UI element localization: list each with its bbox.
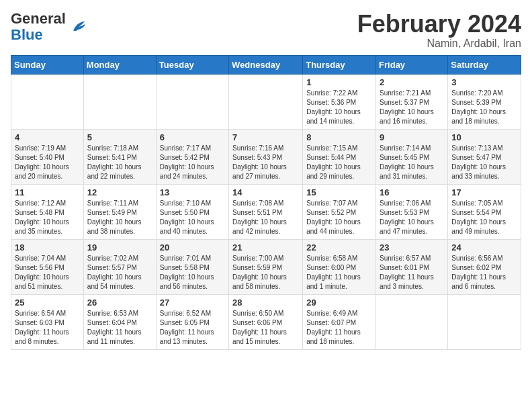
calendar-cell: 29Sunrise: 6:49 AM Sunset: 6:07 PM Dayli… (303, 294, 376, 349)
day-detail: Sunrise: 7:21 AM Sunset: 5:37 PM Dayligh… (380, 89, 444, 126)
calendar-cell: 9Sunrise: 7:14 AM Sunset: 5:45 PM Daylig… (376, 129, 448, 184)
day-detail: Sunrise: 7:17 AM Sunset: 5:42 PM Dayligh… (160, 144, 225, 181)
week-row-3: 11Sunrise: 7:12 AM Sunset: 5:48 PM Dayli… (11, 184, 521, 239)
day-number: 24 (451, 242, 517, 253)
day-detail: Sunrise: 6:53 AM Sunset: 6:04 PM Dayligh… (87, 309, 152, 347)
day-number: 8 (306, 132, 372, 142)
logo-bird-icon (69, 17, 87, 36)
day-number: 5 (87, 132, 152, 142)
calendar-cell: 27Sunrise: 6:52 AM Sunset: 6:05 PM Dayli… (156, 294, 228, 349)
day-detail: Sunrise: 7:04 AM Sunset: 5:56 PM Dayligh… (15, 254, 80, 291)
day-detail: Sunrise: 7:11 AM Sunset: 5:49 PM Dayligh… (87, 199, 152, 236)
calendar-cell: 24Sunrise: 6:56 AM Sunset: 6:02 PM Dayli… (448, 239, 521, 294)
day-number: 6 (160, 132, 225, 142)
calendar-cell: 21Sunrise: 7:00 AM Sunset: 5:59 PM Dayli… (229, 239, 303, 294)
calendar-cell (11, 74, 84, 129)
page-header: General Blue February 2024 Namin, Ardabi… (11, 11, 521, 50)
week-row-2: 4Sunrise: 7:19 AM Sunset: 5:40 PM Daylig… (11, 129, 521, 184)
day-detail: Sunrise: 7:14 AM Sunset: 5:45 PM Dayligh… (380, 144, 444, 181)
day-detail: Sunrise: 7:02 AM Sunset: 5:57 PM Dayligh… (87, 254, 152, 291)
day-number: 22 (306, 242, 372, 253)
calendar-cell: 16Sunrise: 7:06 AM Sunset: 5:53 PM Dayli… (376, 184, 448, 239)
day-detail: Sunrise: 7:16 AM Sunset: 5:43 PM Dayligh… (232, 144, 299, 181)
day-detail: Sunrise: 7:20 AM Sunset: 5:39 PM Dayligh… (451, 89, 517, 126)
day-detail: Sunrise: 7:00 AM Sunset: 5:59 PM Dayligh… (232, 254, 299, 291)
calendar-cell: 23Sunrise: 6:57 AM Sunset: 6:01 PM Dayli… (376, 239, 448, 294)
day-number: 23 (380, 242, 444, 253)
day-detail: Sunrise: 7:12 AM Sunset: 5:48 PM Dayligh… (15, 199, 80, 236)
weekday-header-saturday: Saturday (448, 55, 521, 74)
calendar-cell (83, 74, 156, 129)
day-number: 15 (306, 187, 372, 197)
day-number: 3 (451, 77, 517, 87)
calendar-cell: 26Sunrise: 6:53 AM Sunset: 6:04 PM Dayli… (83, 294, 156, 349)
day-detail: Sunrise: 6:49 AM Sunset: 6:07 PM Dayligh… (306, 309, 372, 347)
calendar-cell: 5Sunrise: 7:18 AM Sunset: 5:41 PM Daylig… (83, 129, 156, 184)
day-number: 14 (232, 187, 299, 197)
calendar-cell (156, 74, 228, 129)
day-number: 11 (15, 187, 80, 197)
calendar-cell: 17Sunrise: 7:05 AM Sunset: 5:54 PM Dayli… (448, 184, 521, 239)
calendar-cell (448, 294, 521, 349)
calendar-cell (229, 74, 303, 129)
day-number: 10 (451, 132, 517, 142)
day-detail: Sunrise: 7:05 AM Sunset: 5:54 PM Dayligh… (451, 199, 517, 236)
weekday-header-tuesday: Tuesday (156, 55, 228, 74)
calendar-cell: 10Sunrise: 7:13 AM Sunset: 5:47 PM Dayli… (448, 129, 521, 184)
day-number: 20 (160, 242, 225, 253)
day-number: 26 (87, 298, 152, 308)
day-number: 28 (232, 298, 299, 308)
calendar-cell: 20Sunrise: 7:01 AM Sunset: 5:58 PM Dayli… (156, 239, 228, 294)
logo: General Blue (11, 11, 87, 43)
logo-blue: Blue (11, 26, 43, 43)
day-number: 12 (87, 187, 152, 197)
day-number: 7 (232, 132, 299, 142)
weekday-header-wednesday: Wednesday (229, 55, 303, 74)
logo-text: General Blue (11, 11, 66, 43)
week-row-5: 25Sunrise: 6:54 AM Sunset: 6:03 PM Dayli… (11, 294, 521, 349)
day-number: 29 (306, 298, 372, 308)
calendar-cell: 6Sunrise: 7:17 AM Sunset: 5:42 PM Daylig… (156, 129, 228, 184)
calendar-cell: 28Sunrise: 6:50 AM Sunset: 6:06 PM Dayli… (229, 294, 303, 349)
day-number: 4 (15, 132, 80, 142)
week-row-1: 1Sunrise: 7:22 AM Sunset: 5:36 PM Daylig… (11, 74, 521, 129)
day-number: 19 (87, 242, 152, 253)
day-detail: Sunrise: 6:54 AM Sunset: 6:03 PM Dayligh… (15, 309, 80, 347)
day-number: 27 (160, 298, 225, 308)
calendar-cell: 1Sunrise: 7:22 AM Sunset: 5:36 PM Daylig… (303, 74, 376, 129)
calendar-cell: 11Sunrise: 7:12 AM Sunset: 5:48 PM Dayli… (11, 184, 84, 239)
weekday-header-thursday: Thursday (303, 55, 376, 74)
day-number: 1 (306, 77, 372, 87)
calendar-cell: 14Sunrise: 7:08 AM Sunset: 5:51 PM Dayli… (229, 184, 303, 239)
calendar-cell: 22Sunrise: 6:58 AM Sunset: 6:00 PM Dayli… (303, 239, 376, 294)
day-number: 21 (232, 242, 299, 253)
calendar-table: SundayMondayTuesdayWednesdayThursdayFrid… (11, 55, 521, 350)
day-detail: Sunrise: 7:10 AM Sunset: 5:50 PM Dayligh… (160, 199, 225, 236)
calendar-cell: 7Sunrise: 7:16 AM Sunset: 5:43 PM Daylig… (229, 129, 303, 184)
day-number: 17 (451, 187, 517, 197)
day-detail: Sunrise: 7:01 AM Sunset: 5:58 PM Dayligh… (160, 254, 225, 291)
calendar-cell (376, 294, 448, 349)
day-number: 9 (380, 132, 444, 142)
day-number: 25 (15, 298, 80, 308)
day-number: 13 (160, 187, 225, 197)
calendar-cell: 2Sunrise: 7:21 AM Sunset: 5:37 PM Daylig… (376, 74, 448, 129)
weekday-header-friday: Friday (376, 55, 448, 74)
day-detail: Sunrise: 7:18 AM Sunset: 5:41 PM Dayligh… (87, 144, 152, 181)
calendar-cell: 12Sunrise: 7:11 AM Sunset: 5:49 PM Dayli… (83, 184, 156, 239)
day-detail: Sunrise: 6:58 AM Sunset: 6:00 PM Dayligh… (306, 254, 372, 291)
day-detail: Sunrise: 6:52 AM Sunset: 6:05 PM Dayligh… (160, 309, 225, 347)
calendar-cell: 8Sunrise: 7:15 AM Sunset: 5:44 PM Daylig… (303, 129, 376, 184)
day-detail: Sunrise: 6:57 AM Sunset: 6:01 PM Dayligh… (380, 254, 444, 291)
day-detail: Sunrise: 7:06 AM Sunset: 5:53 PM Dayligh… (380, 199, 444, 236)
day-detail: Sunrise: 6:50 AM Sunset: 6:06 PM Dayligh… (232, 309, 299, 347)
week-row-4: 18Sunrise: 7:04 AM Sunset: 5:56 PM Dayli… (11, 239, 521, 294)
calendar-cell: 3Sunrise: 7:20 AM Sunset: 5:39 PM Daylig… (448, 74, 521, 129)
logo-general: General (11, 10, 66, 27)
day-detail: Sunrise: 7:08 AM Sunset: 5:51 PM Dayligh… (232, 199, 299, 236)
calendar-cell: 25Sunrise: 6:54 AM Sunset: 6:03 PM Dayli… (11, 294, 84, 349)
calendar-cell: 4Sunrise: 7:19 AM Sunset: 5:40 PM Daylig… (11, 129, 84, 184)
day-detail: Sunrise: 7:07 AM Sunset: 5:52 PM Dayligh… (306, 199, 372, 236)
location: Namin, Ardabil, Iran (357, 38, 521, 50)
month-year: February 2024 (357, 11, 521, 38)
